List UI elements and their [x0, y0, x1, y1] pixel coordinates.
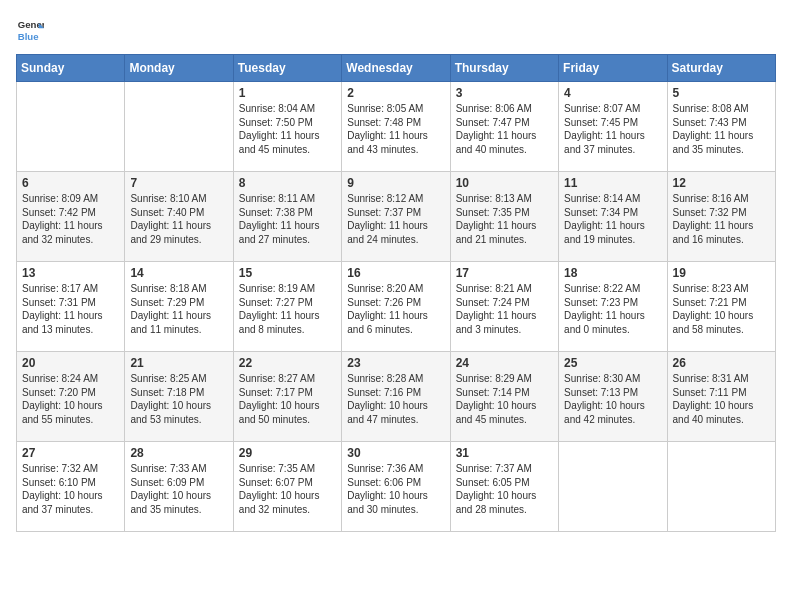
day-info: Sunrise: 8:09 AM Sunset: 7:42 PM Dayligh…	[22, 192, 119, 246]
header-monday: Monday	[125, 55, 233, 82]
calendar-cell: 27Sunrise: 7:32 AM Sunset: 6:10 PM Dayli…	[17, 442, 125, 532]
day-number: 4	[564, 86, 661, 100]
day-info: Sunrise: 8:25 AM Sunset: 7:18 PM Dayligh…	[130, 372, 227, 426]
day-number: 9	[347, 176, 444, 190]
calendar-cell: 19Sunrise: 8:23 AM Sunset: 7:21 PM Dayli…	[667, 262, 775, 352]
day-info: Sunrise: 8:18 AM Sunset: 7:29 PM Dayligh…	[130, 282, 227, 336]
calendar-cell	[125, 82, 233, 172]
day-number: 2	[347, 86, 444, 100]
calendar-week-row: 20Sunrise: 8:24 AM Sunset: 7:20 PM Dayli…	[17, 352, 776, 442]
calendar-cell: 30Sunrise: 7:36 AM Sunset: 6:06 PM Dayli…	[342, 442, 450, 532]
day-info: Sunrise: 8:28 AM Sunset: 7:16 PM Dayligh…	[347, 372, 444, 426]
calendar-cell: 10Sunrise: 8:13 AM Sunset: 7:35 PM Dayli…	[450, 172, 558, 262]
day-info: Sunrise: 8:17 AM Sunset: 7:31 PM Dayligh…	[22, 282, 119, 336]
calendar-cell: 1Sunrise: 8:04 AM Sunset: 7:50 PM Daylig…	[233, 82, 341, 172]
calendar-cell: 20Sunrise: 8:24 AM Sunset: 7:20 PM Dayli…	[17, 352, 125, 442]
header-sunday: Sunday	[17, 55, 125, 82]
day-info: Sunrise: 7:36 AM Sunset: 6:06 PM Dayligh…	[347, 462, 444, 516]
header-thursday: Thursday	[450, 55, 558, 82]
logo-icon: General Blue	[16, 16, 44, 44]
calendar-cell: 6Sunrise: 8:09 AM Sunset: 7:42 PM Daylig…	[17, 172, 125, 262]
day-number: 23	[347, 356, 444, 370]
day-number: 20	[22, 356, 119, 370]
calendar-cell: 3Sunrise: 8:06 AM Sunset: 7:47 PM Daylig…	[450, 82, 558, 172]
calendar-week-row: 27Sunrise: 7:32 AM Sunset: 6:10 PM Dayli…	[17, 442, 776, 532]
day-number: 7	[130, 176, 227, 190]
calendar-cell: 8Sunrise: 8:11 AM Sunset: 7:38 PM Daylig…	[233, 172, 341, 262]
calendar-cell: 15Sunrise: 8:19 AM Sunset: 7:27 PM Dayli…	[233, 262, 341, 352]
day-info: Sunrise: 7:35 AM Sunset: 6:07 PM Dayligh…	[239, 462, 336, 516]
day-number: 1	[239, 86, 336, 100]
day-info: Sunrise: 8:12 AM Sunset: 7:37 PM Dayligh…	[347, 192, 444, 246]
day-info: Sunrise: 8:16 AM Sunset: 7:32 PM Dayligh…	[673, 192, 770, 246]
calendar-cell: 25Sunrise: 8:30 AM Sunset: 7:13 PM Dayli…	[559, 352, 667, 442]
calendar-cell: 12Sunrise: 8:16 AM Sunset: 7:32 PM Dayli…	[667, 172, 775, 262]
day-number: 3	[456, 86, 553, 100]
calendar-cell: 16Sunrise: 8:20 AM Sunset: 7:26 PM Dayli…	[342, 262, 450, 352]
page-header: General Blue	[16, 16, 776, 44]
calendar-cell: 22Sunrise: 8:27 AM Sunset: 7:17 PM Dayli…	[233, 352, 341, 442]
day-info: Sunrise: 8:13 AM Sunset: 7:35 PM Dayligh…	[456, 192, 553, 246]
calendar-cell: 17Sunrise: 8:21 AM Sunset: 7:24 PM Dayli…	[450, 262, 558, 352]
day-info: Sunrise: 8:07 AM Sunset: 7:45 PM Dayligh…	[564, 102, 661, 156]
calendar-cell: 2Sunrise: 8:05 AM Sunset: 7:48 PM Daylig…	[342, 82, 450, 172]
day-number: 18	[564, 266, 661, 280]
day-number: 16	[347, 266, 444, 280]
day-number: 6	[22, 176, 119, 190]
day-number: 13	[22, 266, 119, 280]
day-number: 26	[673, 356, 770, 370]
day-info: Sunrise: 8:04 AM Sunset: 7:50 PM Dayligh…	[239, 102, 336, 156]
calendar-cell: 29Sunrise: 7:35 AM Sunset: 6:07 PM Dayli…	[233, 442, 341, 532]
day-info: Sunrise: 8:29 AM Sunset: 7:14 PM Dayligh…	[456, 372, 553, 426]
calendar-cell: 5Sunrise: 8:08 AM Sunset: 7:43 PM Daylig…	[667, 82, 775, 172]
day-info: Sunrise: 8:27 AM Sunset: 7:17 PM Dayligh…	[239, 372, 336, 426]
calendar-cell: 13Sunrise: 8:17 AM Sunset: 7:31 PM Dayli…	[17, 262, 125, 352]
day-info: Sunrise: 8:23 AM Sunset: 7:21 PM Dayligh…	[673, 282, 770, 336]
day-info: Sunrise: 8:11 AM Sunset: 7:38 PM Dayligh…	[239, 192, 336, 246]
calendar-cell: 18Sunrise: 8:22 AM Sunset: 7:23 PM Dayli…	[559, 262, 667, 352]
day-number: 15	[239, 266, 336, 280]
calendar-cell: 26Sunrise: 8:31 AM Sunset: 7:11 PM Dayli…	[667, 352, 775, 442]
header-tuesday: Tuesday	[233, 55, 341, 82]
day-number: 8	[239, 176, 336, 190]
calendar-cell: 7Sunrise: 8:10 AM Sunset: 7:40 PM Daylig…	[125, 172, 233, 262]
day-number: 28	[130, 446, 227, 460]
day-info: Sunrise: 8:30 AM Sunset: 7:13 PM Dayligh…	[564, 372, 661, 426]
day-number: 14	[130, 266, 227, 280]
calendar-cell: 24Sunrise: 8:29 AM Sunset: 7:14 PM Dayli…	[450, 352, 558, 442]
calendar-cell: 14Sunrise: 8:18 AM Sunset: 7:29 PM Dayli…	[125, 262, 233, 352]
day-info: Sunrise: 8:19 AM Sunset: 7:27 PM Dayligh…	[239, 282, 336, 336]
calendar-header-row: SundayMondayTuesdayWednesdayThursdayFrid…	[17, 55, 776, 82]
calendar-week-row: 13Sunrise: 8:17 AM Sunset: 7:31 PM Dayli…	[17, 262, 776, 352]
day-info: Sunrise: 8:31 AM Sunset: 7:11 PM Dayligh…	[673, 372, 770, 426]
day-info: Sunrise: 7:37 AM Sunset: 6:05 PM Dayligh…	[456, 462, 553, 516]
day-info: Sunrise: 8:22 AM Sunset: 7:23 PM Dayligh…	[564, 282, 661, 336]
calendar-cell: 11Sunrise: 8:14 AM Sunset: 7:34 PM Dayli…	[559, 172, 667, 262]
day-info: Sunrise: 8:05 AM Sunset: 7:48 PM Dayligh…	[347, 102, 444, 156]
day-number: 24	[456, 356, 553, 370]
svg-text:Blue: Blue	[18, 31, 39, 42]
header-friday: Friday	[559, 55, 667, 82]
day-number: 21	[130, 356, 227, 370]
day-number: 19	[673, 266, 770, 280]
day-number: 12	[673, 176, 770, 190]
day-number: 5	[673, 86, 770, 100]
day-info: Sunrise: 8:21 AM Sunset: 7:24 PM Dayligh…	[456, 282, 553, 336]
day-info: Sunrise: 8:20 AM Sunset: 7:26 PM Dayligh…	[347, 282, 444, 336]
day-number: 30	[347, 446, 444, 460]
day-number: 29	[239, 446, 336, 460]
calendar-cell: 31Sunrise: 7:37 AM Sunset: 6:05 PM Dayli…	[450, 442, 558, 532]
calendar-cell	[559, 442, 667, 532]
day-info: Sunrise: 8:24 AM Sunset: 7:20 PM Dayligh…	[22, 372, 119, 426]
day-number: 25	[564, 356, 661, 370]
calendar-week-row: 6Sunrise: 8:09 AM Sunset: 7:42 PM Daylig…	[17, 172, 776, 262]
calendar-cell: 9Sunrise: 8:12 AM Sunset: 7:37 PM Daylig…	[342, 172, 450, 262]
day-info: Sunrise: 8:10 AM Sunset: 7:40 PM Dayligh…	[130, 192, 227, 246]
calendar-cell	[667, 442, 775, 532]
header-wednesday: Wednesday	[342, 55, 450, 82]
calendar-week-row: 1Sunrise: 8:04 AM Sunset: 7:50 PM Daylig…	[17, 82, 776, 172]
calendar-cell: 4Sunrise: 8:07 AM Sunset: 7:45 PM Daylig…	[559, 82, 667, 172]
day-number: 10	[456, 176, 553, 190]
day-info: Sunrise: 7:32 AM Sunset: 6:10 PM Dayligh…	[22, 462, 119, 516]
day-info: Sunrise: 8:14 AM Sunset: 7:34 PM Dayligh…	[564, 192, 661, 246]
